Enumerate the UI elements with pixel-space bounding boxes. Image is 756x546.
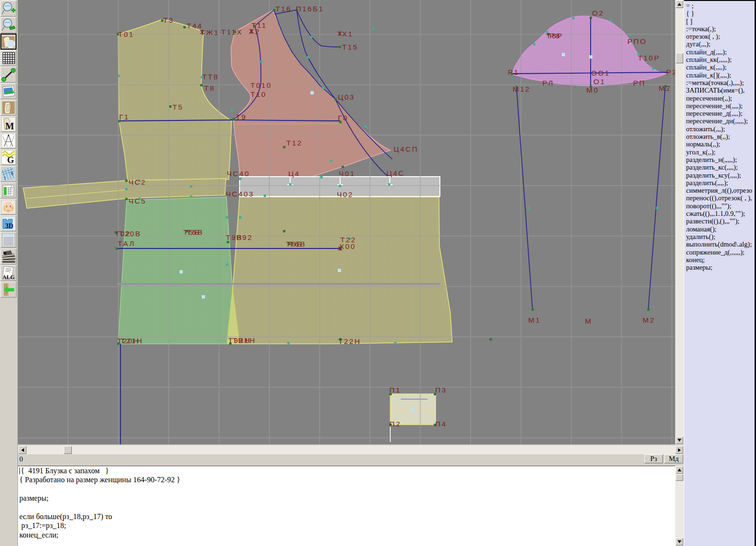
- svg-text:Т6В: Т6В: [289, 240, 306, 248]
- svg-text:М1: М1: [528, 316, 541, 324]
- svg-text:Г1: Г1: [119, 113, 129, 121]
- svg-text:Т11: Т11: [251, 21, 267, 29]
- svg-text:ТАЛ: ТАЛ: [118, 239, 135, 247]
- svg-text:ЧС403: ЧС403: [226, 190, 254, 198]
- svg-text:Ч01: Ч01: [339, 170, 355, 178]
- svg-text:Р1: Р1: [508, 68, 519, 76]
- svg-text:Т11Х: Т11Х: [221, 28, 243, 36]
- svg-text:Т01: Т01: [118, 30, 134, 38]
- svg-text:О1: О1: [593, 77, 606, 85]
- svg-text:3D: 3D: [5, 222, 13, 230]
- svg-text:Т22Н: Т22Н: [338, 337, 361, 345]
- svg-text:Т3: Т3: [163, 16, 174, 24]
- svg-text:РП: РП: [633, 79, 645, 87]
- svg-text:П3: П3: [435, 386, 447, 394]
- svg-text:ТЖ1: ТЖ1: [200, 28, 219, 36]
- svg-text:Ц4: Ц4: [288, 170, 300, 178]
- svg-text:ALG: ALG: [2, 274, 15, 280]
- svg-text:Г0: Г0: [338, 114, 348, 122]
- svg-text:О2: О2: [592, 9, 604, 17]
- svg-text:ТТ8: ТТ8: [202, 73, 219, 81]
- svg-text:ОО1: ОО1: [591, 69, 610, 77]
- svg-text:ТВ1Н: ТВ1Н: [232, 336, 256, 344]
- svg-text:Р2: Р2: [666, 68, 675, 76]
- svg-text:Ч02: Ч02: [337, 190, 353, 198]
- svg-text:ЧС2: ЧС2: [129, 178, 146, 186]
- svg-text:Т21Н: Т21Н: [120, 337, 143, 345]
- svg-text:Т16: Т16: [275, 5, 292, 13]
- svg-text:РПО: РПО: [627, 37, 647, 45]
- svg-text:М2: М2: [659, 84, 671, 92]
- svg-text:G: G: [7, 155, 14, 164]
- svg-text:Т8: Т8: [204, 84, 215, 92]
- svg-text:Ц4С: Ц4С: [387, 169, 405, 177]
- svg-text:Т20В: Т20В: [119, 230, 141, 238]
- svg-text:П1: П1: [389, 386, 401, 394]
- svg-text:Х1: Х1: [342, 30, 353, 38]
- svg-text:П4: П4: [435, 420, 447, 428]
- svg-text:РЛ: РЛ: [542, 79, 554, 87]
- svg-text:М: М: [585, 317, 592, 325]
- svg-text:Т010: Т010: [250, 81, 272, 89]
- svg-text:Ц03: Ц03: [338, 93, 355, 101]
- svg-text:П2: П2: [389, 420, 401, 428]
- svg-text:Т15: Т15: [342, 43, 358, 51]
- svg-text:Х00: Х00: [339, 242, 356, 250]
- svg-text:ЧС40: ЧС40: [227, 170, 250, 178]
- svg-text:ЧС5: ЧС5: [129, 197, 146, 205]
- svg-text:М0: М0: [586, 86, 599, 94]
- svg-text:Т5В: Т5В: [187, 228, 204, 236]
- svg-text:Т12: Т12: [286, 139, 302, 147]
- svg-text:M: M: [5, 121, 14, 131]
- svg-text:Т10Р: Т10Р: [638, 54, 660, 62]
- svg-text:Т5: Т5: [172, 103, 183, 111]
- svg-text:Ц4СП: Ц4СП: [394, 145, 418, 153]
- svg-text:М12: М12: [513, 85, 531, 93]
- svg-text:Т10: Т10: [250, 90, 266, 98]
- svg-text:М2: М2: [643, 316, 655, 324]
- svg-text:Т9: Т9: [236, 113, 247, 121]
- svg-text:В92: В92: [236, 233, 253, 241]
- svg-text:П16Б1: П16Б1: [296, 5, 324, 13]
- svg-text:Р8: Р8: [550, 32, 561, 40]
